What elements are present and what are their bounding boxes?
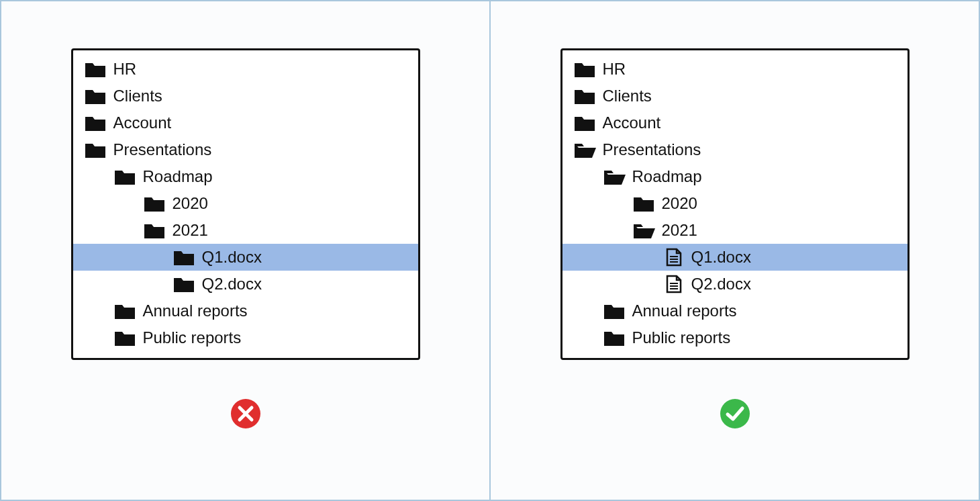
- tree-item-label: Public reports: [143, 328, 242, 347]
- folder-closed-icon: [143, 194, 166, 213]
- tree-item-label: Annual reports: [632, 302, 737, 320]
- tree-item[interactable]: Roadmap: [73, 163, 418, 190]
- tree-item-label: Q2.docx: [202, 275, 262, 293]
- tree-item-label: Clients: [603, 87, 652, 105]
- folder-closed-icon: [173, 275, 195, 293]
- tree-item-label: HR: [603, 60, 626, 79]
- tree-item-label: Account: [113, 113, 172, 132]
- tree-item[interactable]: Q2.docx: [562, 271, 908, 298]
- folder-closed-icon: [573, 113, 596, 132]
- tree-item-label: Q1.docx: [202, 248, 262, 267]
- check-icon: [719, 398, 751, 430]
- tree-item[interactable]: Presentations: [73, 136, 418, 163]
- tree-item-label: Presentations: [113, 140, 212, 159]
- tree-item[interactable]: Account: [562, 109, 908, 136]
- tree-view-good: HR Clients Account Presentations Roadmap…: [560, 48, 910, 360]
- tree-item[interactable]: Annual reports: [73, 298, 418, 324]
- folder-closed-icon: [113, 167, 136, 186]
- tree-item[interactable]: Presentations: [562, 136, 908, 163]
- folder-closed-icon: [143, 221, 166, 240]
- file-icon: [662, 248, 685, 267]
- tree-item-selected[interactable]: Q1.docx: [562, 244, 908, 271]
- file-icon: [662, 275, 685, 293]
- tree-item[interactable]: Clients: [562, 83, 908, 109]
- folder-closed-icon: [603, 328, 626, 347]
- tree-item[interactable]: Q2.docx: [73, 271, 418, 298]
- tree-item-label: HR: [113, 60, 137, 79]
- tree-item[interactable]: Annual reports: [562, 298, 908, 324]
- tree-item[interactable]: 2020: [73, 190, 418, 217]
- tree-item[interactable]: HR: [73, 56, 418, 83]
- panel-bad: HR Clients Account Presentations Roadmap…: [1, 1, 491, 500]
- tree-item[interactable]: 2021: [562, 217, 908, 244]
- folder-closed-icon: [573, 87, 596, 105]
- tree-item[interactable]: Public reports: [73, 324, 418, 351]
- folder-open-icon: [603, 167, 626, 186]
- folder-closed-icon: [84, 140, 107, 159]
- folder-closed-icon: [113, 302, 136, 320]
- svg-point-7: [720, 399, 750, 428]
- folder-closed-icon: [84, 87, 107, 105]
- tree-item-label: Q1.docx: [691, 248, 751, 267]
- tree-item[interactable]: Public reports: [562, 324, 908, 351]
- tree-item-label: Roadmap: [632, 167, 702, 186]
- tree-item[interactable]: 2020: [562, 190, 908, 217]
- tree-view-bad: HR Clients Account Presentations Roadmap…: [71, 48, 420, 360]
- tree-item-label: Presentations: [603, 140, 701, 159]
- folder-open-icon: [573, 140, 596, 159]
- tree-item[interactable]: HR: [562, 56, 908, 83]
- tree-item[interactable]: Roadmap: [562, 163, 908, 190]
- folder-closed-icon: [84, 113, 107, 132]
- folder-open-icon: [632, 221, 655, 240]
- tree-item-label: 2020: [662, 194, 697, 213]
- cross-icon: [230, 398, 262, 430]
- panel-good: HR Clients Account Presentations Roadmap…: [491, 1, 979, 500]
- folder-closed-icon: [173, 248, 195, 267]
- comparison-diagram: HR Clients Account Presentations Roadmap…: [0, 0, 980, 501]
- tree-item-label: 2021: [662, 221, 697, 240]
- tree-item-label: Annual reports: [143, 302, 248, 320]
- tree-item-label: 2020: [173, 194, 208, 213]
- tree-item-label: Account: [603, 113, 661, 132]
- tree-item[interactable]: Account: [73, 109, 418, 136]
- tree-item-label: Clients: [113, 87, 162, 105]
- tree-item-label: 2021: [173, 221, 208, 240]
- folder-closed-icon: [573, 60, 596, 79]
- folder-closed-icon: [113, 328, 136, 347]
- tree-item[interactable]: 2021: [73, 217, 418, 244]
- tree-item-label: Q2.docx: [691, 275, 751, 293]
- folder-closed-icon: [84, 60, 107, 79]
- folder-closed-icon: [632, 194, 655, 213]
- folder-closed-icon: [603, 302, 626, 320]
- tree-item-label: Public reports: [632, 328, 731, 347]
- tree-item[interactable]: Clients: [73, 83, 418, 109]
- tree-item-label: Roadmap: [143, 167, 213, 186]
- tree-item-selected[interactable]: Q1.docx: [73, 244, 418, 271]
